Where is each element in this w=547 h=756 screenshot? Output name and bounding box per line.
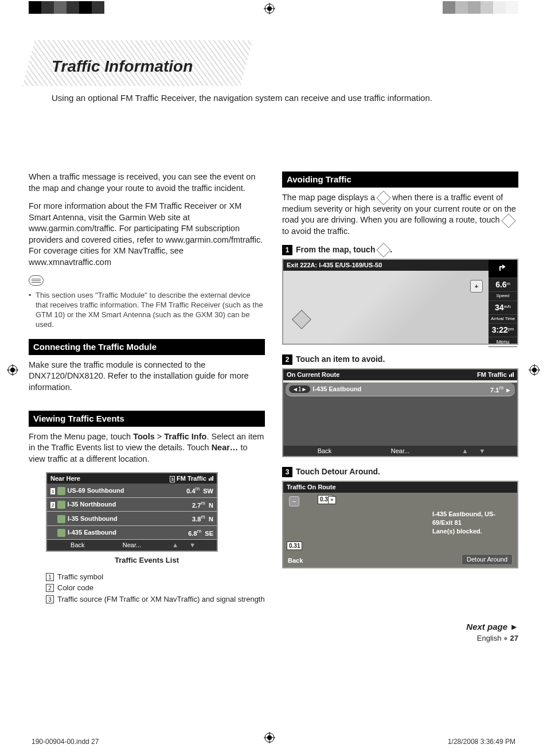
- map-exit-header: Exit 222A: I-435 E/US-169/US-50: [283, 260, 517, 271]
- paragraph: When a traffic message is received, you …: [29, 172, 265, 194]
- traffic-diamond-icon: [377, 243, 391, 257]
- ss-header: Traffic On Route: [283, 482, 517, 493]
- back-button[interactable]: Back: [288, 556, 303, 565]
- paragraph: For more information about the FM Traffi…: [29, 201, 265, 268]
- distance-marker: 0.31: [287, 541, 302, 551]
- screenshot-caption: Traffic Events List: [29, 555, 265, 566]
- traffic-row[interactable]: 2 I-35 Northbound 2.7m N: [47, 498, 217, 512]
- detour-around-button[interactable]: Detour Around: [462, 554, 513, 565]
- traffic-symbol-icon: [57, 501, 65, 509]
- right-column: Avoiding Traffic The map page displays a…: [282, 172, 518, 605]
- map-side-panel: 6.6m Speed 34m/h Arrival Time 3:22pm Men…: [489, 260, 517, 344]
- step-2: 2Touch an item to avoid.: [282, 354, 518, 365]
- registration-mark-icon: [7, 364, 18, 376]
- traffic-diamond-icon: [376, 191, 390, 205]
- traffic-on-route-screenshot: Traffic On Route − 0.30 + 0.31 I-435 Eas…: [282, 481, 518, 568]
- page-title: Traffic Information: [29, 57, 518, 76]
- near-button[interactable]: Near...: [362, 447, 438, 455]
- paragraph: The map page displays a when there is a …: [282, 192, 518, 237]
- section-heading-viewing: Viewing Traffic Events: [29, 411, 265, 427]
- legend: 1Traffic symbol 2Color code 3Traffic sou…: [46, 571, 265, 605]
- ss-header-right: 3 FM Traffic: [170, 474, 213, 483]
- traffic-row[interactable]: 1 US-69 Southbound 0.4m SW: [47, 484, 217, 498]
- traffic-events-list-screenshot: Near Here 3 FM Traffic 1 US-69 Southboun…: [46, 472, 218, 552]
- note-text: This section uses "Traffic Module" to de…: [29, 291, 265, 330]
- lane-status: Lane(s) blocked.: [432, 527, 513, 536]
- section-heading-connecting: Connecting the Traffic Module: [29, 339, 265, 355]
- registration-mark-icon: [529, 364, 540, 376]
- arrival-value: 3:22pm: [489, 324, 517, 337]
- section-heading-avoiding: Avoiding Traffic: [282, 172, 518, 188]
- speed-value: 34m/h: [489, 301, 517, 315]
- traffic-row[interactable]: I-435 Eastbound 6.8m SE: [47, 526, 217, 540]
- paragraph: From the Menu page, touch Tools > Traffi…: [29, 431, 265, 465]
- traffic-diamond-icon[interactable]: [292, 310, 311, 329]
- ss-header-left: Near Here: [50, 474, 80, 483]
- intro-text: Using an optional FM Traffic Receiver, t…: [52, 93, 518, 103]
- speed-label: Speed: [489, 292, 517, 301]
- registration-mark-icon: [264, 3, 275, 14]
- back-button[interactable]: Back: [50, 541, 105, 550]
- traffic-row[interactable]: ◄1►I-435 Eastbound 7.1m ►: [286, 383, 515, 397]
- distance-value: 6.6m: [489, 278, 517, 292]
- arrival-label: Arrival Time: [489, 315, 517, 324]
- menu-button[interactable]: Menu: [489, 337, 517, 347]
- step-3: 3Touch Detour Around.: [282, 466, 518, 477]
- step-1: 1From the map, touch .: [282, 244, 518, 255]
- next-page-link: Next page ►: [29, 622, 518, 632]
- zoom-in-button[interactable]: +: [328, 496, 336, 504]
- traffic-row[interactable]: I-35 Southbound 3.8m N: [47, 512, 217, 526]
- print-footer: 190-00904-00.indd 27 1/28/2008 3:36:49 P…: [32, 738, 515, 746]
- zoom-out-button[interactable]: −: [289, 496, 299, 506]
- traffic-symbol-icon: [57, 515, 65, 523]
- note-icon: [29, 275, 44, 286]
- left-column: When a traffic message is received, you …: [29, 172, 265, 605]
- route-description: I-435 Eastbound, US-69/Exit 81: [432, 510, 513, 527]
- map-screenshot: Exit 222A: I-435 E/US-169/US-50 + 6.6m S…: [282, 259, 518, 345]
- page-footer: English ● 27: [29, 634, 518, 642]
- ss-header-left: On Current Route: [287, 371, 339, 379]
- paragraph: Make sure the traffic module is connecte…: [29, 360, 265, 393]
- back-button[interactable]: Back: [287, 447, 362, 455]
- zoom-in-button[interactable]: +: [470, 280, 483, 293]
- traffic-diamond-icon: [501, 213, 515, 228]
- ss-header-right: FM Traffic: [477, 371, 514, 379]
- near-button[interactable]: Near...: [105, 541, 159, 550]
- traffic-symbol-icon: [57, 529, 65, 537]
- traffic-route-list-screenshot: On Current Route FM Traffic ◄1►I-435 Eas…: [282, 368, 518, 458]
- scroll-arrows[interactable]: ▲ ▼: [159, 541, 213, 550]
- turn-arrow-icon: [489, 260, 517, 278]
- route-badge-icon: ◄1►: [289, 385, 310, 393]
- traffic-symbol-icon: [57, 487, 65, 495]
- scroll-arrows[interactable]: ▲ ▼: [438, 447, 514, 455]
